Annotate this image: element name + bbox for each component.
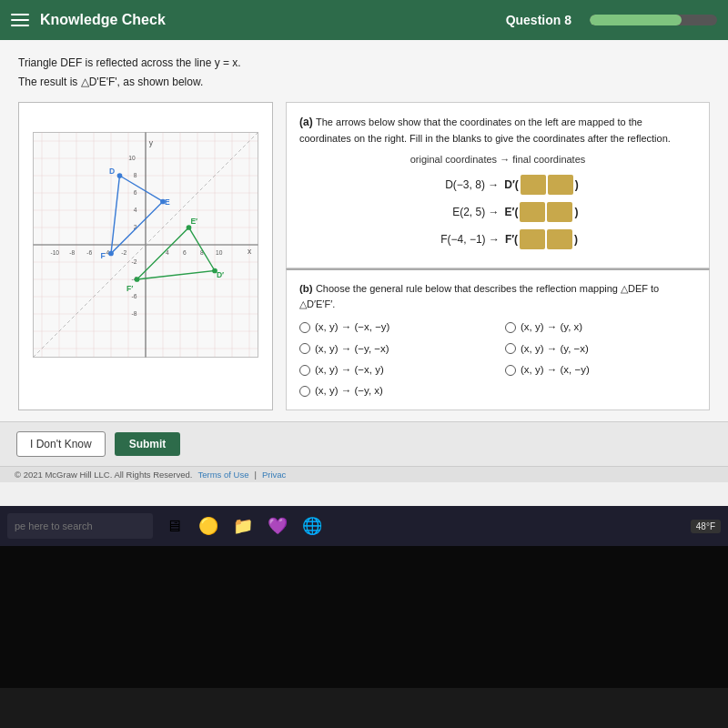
svg-text:E′: E′ xyxy=(190,217,197,227)
input-f-y[interactable] xyxy=(547,229,572,249)
right-panel: (a) The arrows below show that the coord… xyxy=(286,102,710,410)
dont-know-button[interactable]: I Don't Know xyxy=(16,431,106,457)
radio-circle-3[interactable] xyxy=(299,343,310,354)
svg-point-60 xyxy=(135,278,140,283)
svg-text:-8: -8 xyxy=(69,250,75,257)
radio-option-5[interactable]: (x, y) → (−x, y) xyxy=(299,362,490,378)
temperature-badge: 48°F xyxy=(691,520,721,533)
progress-bar-container xyxy=(590,15,717,25)
radio-option-3[interactable]: (x, y) → (−y, −x) xyxy=(299,341,490,357)
svg-text:-6: -6 xyxy=(86,250,92,257)
radio-circle-4[interactable] xyxy=(505,343,516,354)
svg-text:y: y xyxy=(149,138,154,147)
coord-row-e: E(2, 5) → E′( ) xyxy=(299,202,696,222)
taskbar-icon-edge[interactable]: 🌐 xyxy=(298,512,326,540)
section-a-label: (a) The arrows below show that the coord… xyxy=(299,114,696,147)
coord-row-d: D(−3, 8) → D′( ) xyxy=(299,175,696,195)
coord-f-result: F′( ) xyxy=(505,229,578,249)
main-content: Triangle DEF is reflected across the lin… xyxy=(0,40,728,421)
radio-circle-2[interactable] xyxy=(505,322,516,333)
section-a: (a) The arrows below show that the coord… xyxy=(286,102,710,268)
coordinate-graph: y x -10 -8 -6 -4 -2 4 6 8 10 8 6 4 2 xyxy=(25,108,267,381)
svg-text:D′: D′ xyxy=(217,270,224,279)
search-input[interactable] xyxy=(7,513,153,539)
radio-option-2[interactable]: (x, y) → (y, x) xyxy=(505,319,696,335)
problem-text: Triangle DEF is reflected across the lin… xyxy=(18,55,710,93)
submit-button[interactable]: Submit xyxy=(115,432,181,456)
coord-f-original: F(−4, −1) → xyxy=(418,231,500,248)
copyright-text: © 2021 McGraw Hill LLC. All Rights Reser… xyxy=(15,470,193,480)
problem-line1: Triangle DEF is reflected across the lin… xyxy=(18,55,710,72)
svg-text:10: 10 xyxy=(128,155,136,161)
taskbar-right: 48°F xyxy=(691,520,721,533)
svg-text:x: x xyxy=(248,247,252,256)
radio-option-6[interactable]: (x, y) → (x, −y) xyxy=(505,362,696,378)
coord-e-result: E′( ) xyxy=(505,202,579,222)
taskbar-icon-folder[interactable]: 📁 xyxy=(229,512,257,540)
graph-container: y x -10 -8 -6 -4 -2 4 6 8 10 8 6 4 2 xyxy=(18,102,273,410)
app-title: Knowledge Check xyxy=(40,12,506,28)
radio-options-grid: (x, y) → (−x, −y) (x, y) → (y, x) (x, y)… xyxy=(299,319,696,399)
radio-circle-6[interactable] xyxy=(505,365,516,376)
input-e-x[interactable] xyxy=(520,202,545,222)
input-d-y[interactable] xyxy=(548,175,573,195)
radio-circle-7[interactable] xyxy=(299,386,310,397)
app-header: Knowledge Check Question 8 xyxy=(0,0,728,40)
taskbar-icon-monitor[interactable]: 🖥 xyxy=(160,512,187,540)
radio-circle-5[interactable] xyxy=(299,365,310,376)
problem-line2: The result is △D'E'F', as shown below. xyxy=(18,74,710,91)
svg-text:6: 6 xyxy=(134,189,137,196)
coords-header: original coordinates → final coordinates xyxy=(299,152,696,167)
radio-option-7[interactable]: (x, y) → (−y, x) xyxy=(299,383,490,399)
svg-text:F: F xyxy=(101,252,106,261)
section-b: (b) Choose the general rule below that d… xyxy=(286,268,710,411)
svg-text:8: 8 xyxy=(134,172,137,178)
svg-text:F′: F′ xyxy=(126,285,133,294)
terms-link[interactable]: Terms of Use xyxy=(198,470,249,480)
svg-point-53 xyxy=(108,251,114,257)
taskbar-icon-chrome[interactable]: 🟡 xyxy=(195,512,222,540)
coord-row-f: F(−4, −1) → F′( ) xyxy=(299,229,696,249)
footer-bar: I Don't Know Submit xyxy=(0,421,728,466)
svg-text:E: E xyxy=(165,198,170,207)
svg-point-49 xyxy=(117,174,123,179)
taskbar: 🖥 🟡 📁 💜 🌐 48°F xyxy=(0,506,728,546)
svg-text:10: 10 xyxy=(216,250,223,257)
radio-option-4[interactable]: (x, y) → (y, −x) xyxy=(505,341,696,357)
progress-bar xyxy=(590,15,682,25)
svg-text:4: 4 xyxy=(134,207,137,213)
input-d-x[interactable] xyxy=(521,175,546,195)
svg-text:6: 6 xyxy=(183,250,187,257)
coord-d-result: D′( ) xyxy=(504,175,579,195)
svg-text:-2: -2 xyxy=(132,258,137,265)
taskbar-icon-teams[interactable]: 💜 xyxy=(264,512,291,540)
input-f-x[interactable] xyxy=(520,229,545,249)
content-row: y x -10 -8 -6 -4 -2 4 6 8 10 8 6 4 2 xyxy=(18,102,710,410)
question-label: Question 8 xyxy=(506,13,571,27)
black-area xyxy=(0,546,728,688)
svg-text:-10: -10 xyxy=(50,250,59,257)
svg-text:D: D xyxy=(109,167,115,176)
section-b-label: (b) Choose the general rule below that d… xyxy=(299,281,696,313)
copyright-bar: © 2021 McGraw Hill LLC. All Rights Reser… xyxy=(0,466,728,482)
privacy-link[interactable]: Privac xyxy=(262,470,286,480)
coord-d-original: D(−3, 8) → xyxy=(417,177,499,193)
svg-text:-6: -6 xyxy=(132,293,137,299)
input-e-y[interactable] xyxy=(547,202,572,222)
radio-circle-1[interactable] xyxy=(299,322,310,333)
menu-icon[interactable] xyxy=(11,14,29,26)
radio-option-1[interactable]: (x, y) → (−x, −y) xyxy=(299,319,490,335)
svg-text:-8: -8 xyxy=(132,310,137,317)
svg-text:-2: -2 xyxy=(121,250,126,257)
coord-e-original: E(2, 5) → xyxy=(418,204,500,220)
